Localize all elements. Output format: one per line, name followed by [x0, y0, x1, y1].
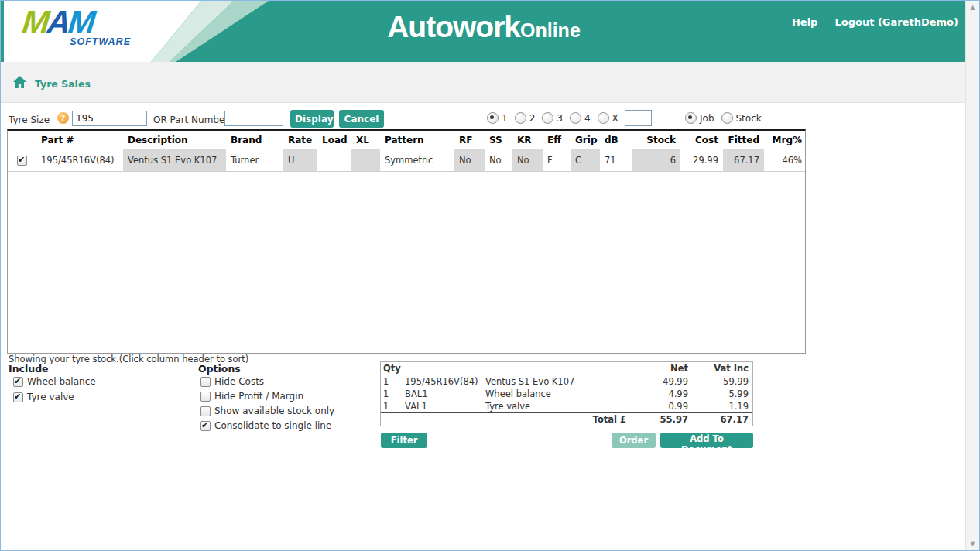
options-item: Hide Profit / Margin	[200, 391, 303, 402]
cell-xl	[351, 149, 380, 171]
column-header-stock[interactable]: Stock	[632, 131, 680, 149]
qty-other-input[interactable]	[625, 110, 652, 126]
qty-1-label[interactable]: 1	[502, 113, 508, 124]
qty-x-label[interactable]: X	[612, 113, 618, 124]
basket-net-header: Net	[629, 362, 690, 375]
hide-costs-checkbox[interactable]	[200, 377, 211, 387]
basket-line-description: Ventus S1 Evo K107	[483, 375, 629, 388]
column-header-fitted[interactable]: Fitted	[723, 131, 764, 149]
basket-total-vat: 67.17	[690, 413, 751, 426]
cell-stock: 6	[632, 149, 680, 171]
basket-line: 1 195/45R16V(84) Ventus S1 Evo K107 49.9…	[381, 375, 752, 388]
cell-kr: No	[512, 149, 543, 171]
job-stock-options: Job Stock	[685, 112, 769, 124]
basket-line-part: BAL1	[403, 388, 483, 400]
stock-radio[interactable]	[721, 112, 733, 124]
hide-costs-label[interactable]: Hide Costs	[214, 376, 264, 387]
basket-total-label: Total £	[483, 413, 629, 426]
tyre-size-input[interactable]	[72, 111, 147, 126]
scroll-down-icon[interactable]: ▼	[966, 537, 979, 550]
column-header-db[interactable]: dB	[600, 131, 632, 149]
basket-line: 1 VAL1 Tyre valve 0.99 1.19	[381, 400, 752, 412]
column-header-rate[interactable]: Rate	[283, 131, 317, 149]
cancel-button[interactable]: Cancel	[339, 110, 384, 128]
column-header-kr[interactable]: KR	[512, 131, 543, 149]
help-link[interactable]: Help	[792, 16, 817, 28]
column-header-grip[interactable]: Grip	[571, 131, 600, 149]
column-header-load[interactable]: Load	[317, 131, 351, 149]
basket-line-net: 4.99	[629, 388, 690, 400]
hide-profit-margin-checkbox[interactable]	[200, 392, 211, 402]
basket-line-description: Tyre valve	[483, 400, 629, 412]
column-header-cost[interactable]: Cost	[680, 131, 723, 149]
tyre-results-table: Part # Description Brand Rate Load XL Pa…	[7, 129, 806, 354]
header-links: Help Logout (GarethDemo)	[792, 16, 958, 28]
order-button[interactable]: Order	[612, 433, 656, 448]
part-number-input[interactable]	[224, 111, 283, 126]
app-title-main: Autowork	[387, 10, 520, 44]
qty-1-radio[interactable]	[487, 112, 499, 124]
include-item: Wheel balance	[13, 376, 96, 387]
row-select-checkbox[interactable]	[17, 156, 27, 166]
basket-qty-header: Qty	[381, 362, 403, 375]
qty-x-radio[interactable]	[598, 112, 609, 124]
row-select-cell	[8, 149, 36, 171]
vertical-scrollbar[interactable]: ▲ ▼	[965, 1, 979, 550]
tyre-size-label: Tyre Size	[9, 115, 50, 125]
cell-load	[317, 149, 351, 171]
basket-summary-table: Qty Net Vat Inc 1 195/45R16V(84) Ventus …	[380, 361, 753, 426]
page-title: AutoworkOnline	[387, 10, 581, 44]
tyre-valve-label[interactable]: Tyre valve	[27, 392, 74, 402]
cell-pattern: Symmetric	[380, 149, 454, 171]
job-label[interactable]: Job	[700, 113, 714, 124]
qty-2-label[interactable]: 2	[529, 113, 536, 124]
basket-line-net: 49.99	[629, 375, 690, 388]
filter-button[interactable]: Filter	[381, 433, 427, 448]
show-available-stock-label[interactable]: Show available stock only	[214, 406, 334, 416]
basket-header-row: Qty Net Vat Inc	[381, 362, 752, 375]
scroll-up-icon[interactable]: ▲	[966, 1, 979, 14]
column-header-eff[interactable]: Eff	[543, 131, 571, 149]
mam-software-logo[interactable]: M A M SOFTWARE	[22, 5, 139, 47]
tyre-size-help-icon[interactable]: ?	[57, 112, 69, 124]
column-header-ss[interactable]: SS	[485, 131, 512, 149]
home-icon[interactable]	[13, 76, 26, 88]
column-header-part[interactable]: Part #	[36, 131, 123, 149]
basket-line-part: VAL1	[403, 400, 483, 412]
column-header-pattern[interactable]: Pattern	[380, 131, 454, 149]
app-title-suffix: Online	[520, 19, 581, 42]
qty-3-label[interactable]: 3	[557, 113, 563, 124]
consolidate-single-line-label[interactable]: Consolidate to single line	[214, 420, 331, 431]
results-header-row: Part # Description Brand Rate Load XL Pa…	[8, 131, 805, 149]
logout-link[interactable]: Logout (GarethDemo)	[834, 16, 958, 28]
consolidate-single-line-checkbox[interactable]	[200, 421, 211, 431]
add-to-document-button[interactable]: Add To Document	[660, 433, 753, 448]
basket-line-vat: 1.19	[690, 400, 751, 412]
cell-cost: 29.99	[680, 149, 723, 171]
qty-2-radio[interactable]	[515, 112, 526, 124]
cell-margin: 46%	[764, 149, 807, 171]
column-header-xl[interactable]: XL	[351, 131, 380, 149]
cell-brand: Turner	[226, 149, 283, 171]
basket-line-vat: 5.99	[690, 388, 751, 400]
qty-4-radio[interactable]	[570, 112, 581, 124]
cell-rate: U	[283, 149, 317, 171]
column-header-rf[interactable]: RF	[454, 131, 485, 149]
qty-3-radio[interactable]	[542, 112, 553, 124]
basket-line-part: 195/45R16V(84)	[403, 375, 483, 388]
stock-label[interactable]: Stock	[736, 113, 762, 124]
hide-profit-margin-label[interactable]: Hide Profit / Margin	[214, 391, 303, 402]
breadcrumb-page-label[interactable]: Tyre Sales	[35, 78, 91, 90]
show-available-stock-checkbox[interactable]	[200, 406, 211, 416]
cell-rf: No	[454, 149, 485, 171]
column-header-margin[interactable]: Mrg%	[764, 131, 807, 149]
wheel-balance-checkbox[interactable]	[13, 377, 23, 387]
tyre-valve-checkbox[interactable]	[13, 392, 23, 402]
display-button[interactable]: Display	[290, 110, 334, 128]
job-radio[interactable]	[685, 112, 697, 124]
qty-4-label[interactable]: 4	[584, 113, 591, 124]
wheel-balance-label[interactable]: Wheel balance	[27, 376, 96, 387]
column-header-brand[interactable]: Brand	[226, 131, 283, 149]
column-header-description[interactable]: Description	[123, 131, 226, 149]
basket-total-row: Total £ 55.97 67.17	[381, 412, 752, 426]
